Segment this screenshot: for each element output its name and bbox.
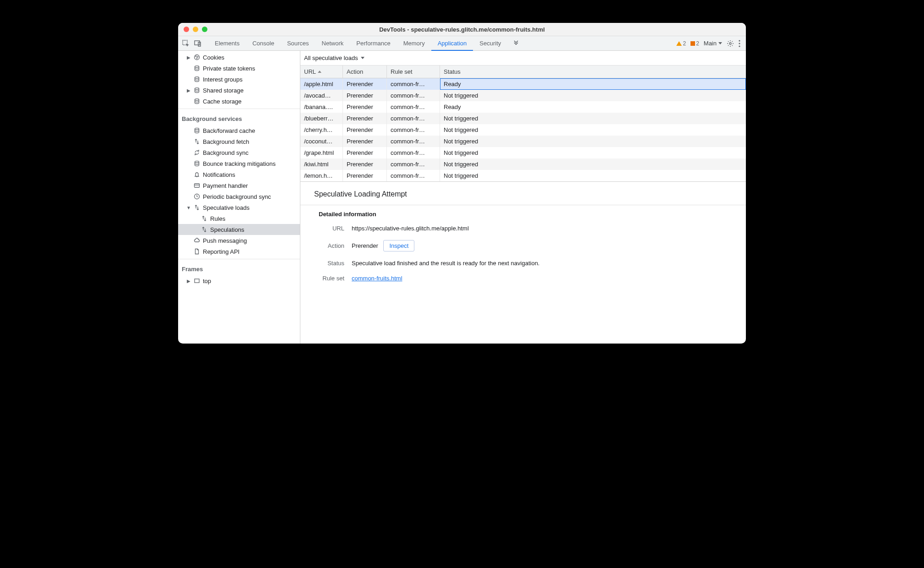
sidebar-item-bounce-tracking-mitigations[interactable]: Bounce tracking mitigations — [178, 158, 300, 169]
cell-status: Not triggered — [440, 170, 746, 181]
tab-application[interactable]: Application — [431, 36, 473, 51]
more-options-icon[interactable] — [739, 40, 740, 47]
table-row[interactable]: /lemon.h…Prerendercommon-fr…Not triggere… — [300, 170, 746, 181]
more-tabs-button[interactable] — [510, 38, 522, 49]
cell-action: Prerender — [343, 147, 387, 158]
detail-url-label: URL — [319, 225, 344, 232]
inspect-button[interactable]: Inspect — [383, 240, 414, 251]
window-zoom-button[interactable] — [202, 27, 207, 32]
sidebar-item-top[interactable]: ▶top — [178, 275, 300, 286]
devtools-tabbar: ElementsConsoleSourcesNetworkPerformance… — [178, 36, 746, 51]
chevron-right-icon[interactable]: ▶ — [186, 55, 191, 60]
sidebar-item-label: Shared storage — [203, 87, 244, 94]
col-header-url[interactable]: URL — [300, 66, 343, 78]
cell-action: Prerender — [343, 124, 387, 136]
cell-status: Ready — [440, 101, 746, 113]
sidebar-item-private-state-tokens[interactable]: Private state tokens — [178, 63, 300, 74]
issues-badge[interactable]: 2 — [690, 40, 699, 47]
window-minimize-button[interactable] — [193, 27, 198, 32]
detail-status-label: Status — [319, 260, 344, 267]
svg-point-10 — [196, 58, 197, 59]
tab-memory[interactable]: Memory — [397, 36, 431, 51]
col-header-action[interactable]: Action — [343, 66, 387, 78]
sidebar-item-notifications[interactable]: Notifications — [178, 169, 300, 180]
issue-icon — [690, 41, 695, 46]
sidebar-item-shared-storage[interactable]: ▶Shared storage — [178, 85, 300, 96]
sidebar-item-speculations[interactable]: Speculations — [178, 224, 300, 235]
speculation-details: Speculative Loading Attempt Detailed inf… — [300, 182, 746, 344]
details-subheading: Detailed information — [319, 211, 746, 218]
warnings-count: 2 — [683, 40, 686, 47]
table-row[interactable]: /banana.…Prerendercommon-fr…Ready — [300, 101, 746, 113]
tab-network[interactable]: Network — [315, 36, 350, 51]
table-row[interactable]: /blueberr…Prerendercommon-fr…Not trigger… — [300, 113, 746, 124]
sidebar-item-cookies[interactable]: ▶Cookies — [178, 52, 300, 63]
sidebar-item-reporting-api[interactable]: Reporting API — [178, 246, 300, 257]
warnings-badge[interactable]: 2 — [676, 40, 686, 47]
tab-console[interactable]: Console — [246, 36, 281, 51]
frame-icon — [193, 277, 201, 284]
cell-status: Not triggered — [440, 113, 746, 124]
tab-performance[interactable]: Performance — [350, 36, 397, 51]
svg-point-16 — [195, 161, 199, 163]
settings-icon[interactable] — [727, 40, 734, 47]
col-header-status[interactable]: Status — [440, 66, 746, 78]
sidebar-item-label: Cache storage — [203, 98, 242, 105]
cell-action: Prerender — [343, 78, 387, 90]
table-row[interactable]: /grape.htmlPrerendercommon-fr…Not trigge… — [300, 147, 746, 158]
sidebar-item-interest-groups[interactable]: Interest groups — [178, 74, 300, 85]
target-label: Main — [704, 40, 717, 47]
sidebar-item-back-forward-cache[interactable]: Back/forward cache — [178, 125, 300, 136]
sidebar-item-label: Notifications — [203, 171, 235, 178]
chevron-right-icon[interactable]: ▶ — [186, 279, 191, 284]
svg-point-5 — [739, 43, 740, 44]
cell-url: /avocad… — [300, 90, 343, 101]
sidebar-item-background-fetch[interactable]: Background fetch — [178, 136, 300, 147]
sidebar-item-push-messaging[interactable]: Push messaging — [178, 235, 300, 246]
sidebar-heading-frames: Frames — [178, 261, 300, 275]
sidebar-item-label: Rules — [210, 215, 225, 222]
sort-asc-icon — [318, 71, 321, 73]
cell-url: /coconut… — [300, 136, 343, 147]
sidebar-item-background-sync[interactable]: Background sync — [178, 147, 300, 158]
sidebar-item-cache-storage[interactable]: Cache storage — [178, 96, 300, 107]
cell-url: /grape.html — [300, 147, 343, 158]
table-row[interactable]: /cherry.h…Prerendercommon-fr…Not trigger… — [300, 124, 746, 136]
target-selector[interactable]: Main — [704, 40, 722, 47]
detail-ruleset-link[interactable]: common-fruits.html — [352, 275, 402, 282]
table-row[interactable]: /coconut…Prerendercommon-fr…Not triggere… — [300, 136, 746, 147]
table-row[interactable]: /avocad…Prerendercommon-fr…Not triggered — [300, 90, 746, 101]
tab-sources[interactable]: Sources — [281, 36, 315, 51]
sidebar-item-speculative-loads[interactable]: ▼Speculative loads — [178, 202, 300, 213]
sidebar-item-periodic-background-sync[interactable]: Periodic background sync — [178, 191, 300, 202]
sidebar-item-label: top — [203, 278, 211, 284]
sidebar-item-label: Speculations — [210, 226, 244, 233]
cell-rule: common-fr… — [387, 124, 440, 136]
table-row[interactable]: /kiwi.htmlPrerendercommon-fr…Not trigger… — [300, 158, 746, 170]
sidebar-item-label: Private state tokens — [203, 65, 255, 72]
svg-point-13 — [195, 88, 199, 90]
devtools-window: DevTools - speculative-rules.glitch.me/c… — [178, 23, 746, 344]
dropdown-label: All speculative loads — [304, 55, 358, 61]
col-label: Status — [444, 68, 461, 75]
cell-rule: common-fr… — [387, 90, 440, 101]
sidebar-item-payment-handler[interactable]: Payment handler — [178, 180, 300, 191]
cell-rule: common-fr… — [387, 78, 440, 90]
tab-security[interactable]: Security — [473, 36, 507, 51]
tab-elements[interactable]: Elements — [208, 36, 246, 51]
db-icon — [193, 87, 201, 94]
table-row[interactable]: /apple.htmlPrerendercommon-fr…Ready — [300, 78, 746, 90]
device-toolbar-icon[interactable] — [192, 38, 204, 49]
chevron-down-icon[interactable]: ▼ — [186, 205, 191, 210]
chevron-right-icon[interactable]: ▶ — [186, 88, 191, 93]
sidebar-item-rules[interactable]: Rules — [178, 213, 300, 224]
window-close-button[interactable] — [184, 27, 189, 32]
sidebar-item-label: Background fetch — [203, 138, 249, 145]
svg-rect-17 — [195, 184, 200, 187]
cell-url: /banana.… — [300, 101, 343, 113]
svg-point-11 — [195, 66, 199, 68]
col-header-ruleset[interactable]: Rule set — [387, 66, 440, 78]
inspect-element-icon[interactable] — [180, 38, 192, 49]
load-filter-dropdown[interactable]: All speculative loads — [304, 55, 364, 61]
clock-icon — [193, 193, 201, 200]
